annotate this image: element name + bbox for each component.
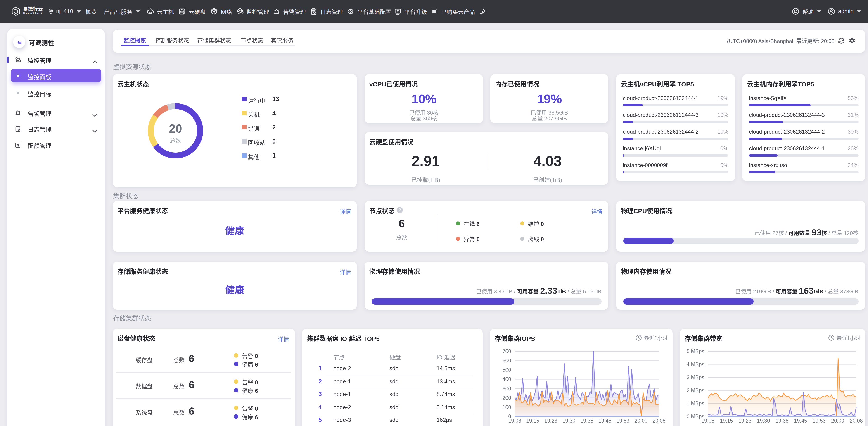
svg-text:200: 200 [502,395,511,401]
svg-text:20: 20 [169,122,182,135]
svg-text:19:45: 19:45 [794,418,807,424]
svg-text:400: 400 [502,376,511,382]
svg-text:20:00: 20:00 [634,418,648,424]
svg-text:19:15: 19:15 [526,418,539,424]
svg-text:5 MBps: 5 MBps [687,348,704,354]
svg-text:20:08: 20:08 [850,418,863,424]
svg-text:19:08: 19:08 [508,418,521,424]
svg-text:1 MBps: 1 MBps [687,400,704,406]
svg-text:19:30: 19:30 [562,418,575,424]
svg-text:19:38: 19:38 [775,418,788,424]
svg-text:19:30: 19:30 [757,418,770,424]
svg-text:2 MBps: 2 MBps [687,388,704,393]
svg-text:19:53: 19:53 [813,418,826,424]
svg-text:?: ? [399,208,401,212]
svg-text:19:08: 19:08 [701,418,714,424]
svg-text:20:08: 20:08 [652,418,665,424]
svg-text:300: 300 [502,386,511,392]
svg-text:600: 600 [502,358,511,364]
svg-text:700: 700 [502,348,511,354]
svg-text:500: 500 [502,367,511,373]
svg-text:19:38: 19:38 [580,418,593,424]
svg-text:4 MBps: 4 MBps [687,362,704,367]
svg-text:19:23: 19:23 [738,418,751,424]
svg-text:100: 100 [502,404,511,410]
svg-text:19:53: 19:53 [617,418,630,424]
svg-text:19:15: 19:15 [720,418,733,424]
svg-text:19:23: 19:23 [545,418,557,424]
svg-text:3 MBps: 3 MBps [687,374,704,380]
svg-text:20:00: 20:00 [831,418,844,424]
svg-text:总数: 总数 [170,137,181,144]
svg-text:19:45: 19:45 [598,418,612,424]
